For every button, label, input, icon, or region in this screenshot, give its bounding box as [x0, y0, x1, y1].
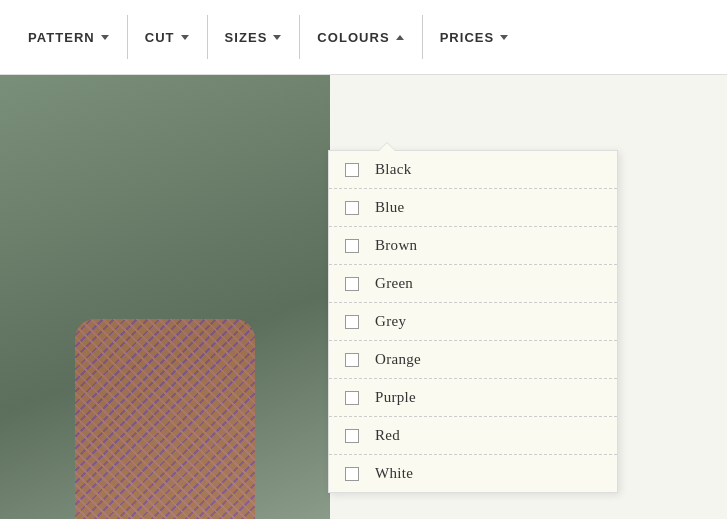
filter-colours-label: COLOURS [317, 30, 389, 45]
product-image [0, 75, 330, 519]
colour-option-orange[interactable]: Orange [329, 341, 617, 379]
colour-checkbox-green[interactable] [345, 277, 359, 291]
colour-checkbox-black[interactable] [345, 163, 359, 177]
filter-pattern[interactable]: PATTERN [10, 0, 127, 74]
colour-label-orange: Orange [375, 351, 421, 368]
colour-label-white: White [375, 465, 413, 482]
colour-checkbox-white[interactable] [345, 467, 359, 481]
colour-option-brown[interactable]: Brown [329, 227, 617, 265]
colour-label-grey: Grey [375, 313, 406, 330]
colour-checkbox-orange[interactable] [345, 353, 359, 367]
colour-option-green[interactable]: Green [329, 265, 617, 303]
chevron-down-icon [181, 35, 189, 40]
filter-prices-label: PRICES [440, 30, 495, 45]
main-content: Black Blue Brown Green Grey Orange Purpl… [0, 75, 727, 519]
filter-prices[interactable]: PRICES [422, 0, 527, 74]
filter-pattern-label: PATTERN [28, 30, 95, 45]
colour-label-green: Green [375, 275, 413, 292]
chevron-up-icon [396, 35, 404, 40]
colour-checkbox-blue[interactable] [345, 201, 359, 215]
colour-checkbox-brown[interactable] [345, 239, 359, 253]
colour-option-white[interactable]: White [329, 455, 617, 492]
colour-checkbox-grey[interactable] [345, 315, 359, 329]
colour-checkbox-red[interactable] [345, 429, 359, 443]
person-background [0, 75, 330, 519]
colour-label-black: Black [375, 161, 412, 178]
colours-dropdown: Black Blue Brown Green Grey Orange Purpl… [328, 150, 618, 493]
filter-colours[interactable]: COLOURS [299, 0, 421, 74]
colour-label-purple: Purple [375, 389, 416, 406]
colour-label-brown: Brown [375, 237, 417, 254]
shirt-pattern [75, 319, 255, 519]
filter-cut[interactable]: CUT [127, 0, 207, 74]
colour-label-blue: Blue [375, 199, 405, 216]
filter-sizes-label: SIZES [225, 30, 268, 45]
colour-option-red[interactable]: Red [329, 417, 617, 455]
filter-bar: PATTERN CUT SIZES COLOURS PRICES [0, 0, 727, 75]
colour-checkbox-purple[interactable] [345, 391, 359, 405]
colour-option-blue[interactable]: Blue [329, 189, 617, 227]
colour-option-grey[interactable]: Grey [329, 303, 617, 341]
filter-sizes[interactable]: SIZES [207, 0, 300, 74]
colour-label-red: Red [375, 427, 400, 444]
chevron-down-icon [101, 35, 109, 40]
colour-option-black[interactable]: Black [329, 151, 617, 189]
filter-cut-label: CUT [145, 30, 175, 45]
chevron-down-icon [273, 35, 281, 40]
colour-option-purple[interactable]: Purple [329, 379, 617, 417]
chevron-down-icon [500, 35, 508, 40]
